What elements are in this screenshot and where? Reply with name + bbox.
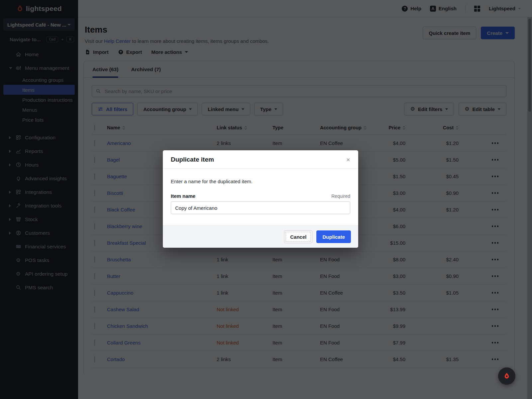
required-label: Required (331, 194, 350, 199)
close-icon[interactable]: ✕ (345, 157, 351, 163)
item-name-input[interactable] (171, 201, 350, 214)
flame-icon (503, 372, 510, 380)
modal-title: Duplicate item (171, 156, 214, 163)
duplicate-item-modal: Duplicate item ✕ Enter a name for the du… (163, 150, 358, 248)
chat-launcher-button[interactable] (498, 367, 515, 385)
item-name-label: Item name (171, 193, 195, 199)
cancel-button[interactable]: Cancel (284, 230, 312, 243)
modal-message: Enter a name for the duplicated item. (171, 179, 350, 184)
duplicate-button[interactable]: Duplicate (316, 230, 351, 243)
